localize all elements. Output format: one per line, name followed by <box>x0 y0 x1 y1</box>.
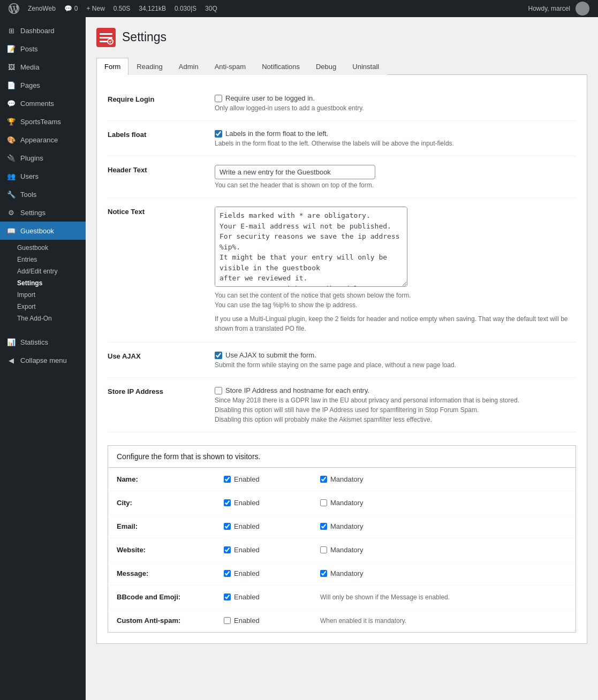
antispam-note: When enabled it is mandatory. <box>320 617 406 625</box>
submenu-add-edit[interactable]: Add/Edit entry <box>0 265 86 277</box>
tab-notifications[interactable]: Notifications <box>254 58 308 75</box>
message-mandatory-label[interactable]: Mandatory <box>330 569 363 577</box>
main-content: Settings Form Reading Admin Anti-spam No… <box>86 17 598 700</box>
sidebar-item-tools[interactable]: 🔧 Tools <box>0 185 86 203</box>
submenu-import[interactable]: Import <box>0 289 86 301</box>
submenu-entries[interactable]: Entries <box>0 254 86 265</box>
require-login-label: Require Login <box>108 94 215 103</box>
city-mandatory-label[interactable]: Mandatory <box>330 499 363 507</box>
email-mandatory-label[interactable]: Mandatory <box>330 522 363 530</box>
submenu-settings[interactable]: Settings <box>0 277 86 289</box>
website-mandatory-label[interactable]: Mandatory <box>330 546 363 554</box>
sidebar-item-guestbook[interactable]: 📖 Guestbook <box>0 222 86 240</box>
perf-memory: 34,121kB <box>134 0 170 17</box>
guestbook-submenu: Guestbook Entries Add/Edit entry Setting… <box>0 240 86 326</box>
field-label-email: Email: <box>117 522 224 530</box>
enabled-group-email: Enabled <box>224 522 299 530</box>
field-label-city: City: <box>117 499 224 507</box>
use-ajax-checkbox-label[interactable]: Use AJAX to submit the form. <box>225 351 316 359</box>
header-text-input[interactable] <box>215 165 375 179</box>
use-ajax-checkbox[interactable] <box>215 352 222 359</box>
svg-rect-3 <box>100 41 107 42</box>
site-name[interactable]: ZenoWeb <box>24 0 60 17</box>
labels-float-checkbox-label[interactable]: Labels in the form float to the left. <box>225 130 328 138</box>
settings-page-icon <box>96 28 116 47</box>
website-enabled-label[interactable]: Enabled <box>234 546 260 554</box>
use-ajax-label: Use AJAX <box>108 351 215 360</box>
tab-admin[interactable]: Admin <box>171 58 207 75</box>
notice-description1: You can set the content of the notice th… <box>215 292 576 299</box>
bbcode-enabled-checkbox[interactable] <box>224 594 231 600</box>
bbcode-enabled-label[interactable]: Enabled <box>234 593 260 601</box>
user-greeting[interactable]: Howdy, marcel <box>524 0 594 17</box>
website-mandatory-checkbox[interactable] <box>320 546 327 553</box>
city-enabled-label[interactable]: Enabled <box>234 499 260 507</box>
require-login-checkbox-label[interactable]: Require user to be logged in. <box>225 94 315 102</box>
enabled-group-bbcode: Enabled <box>224 593 299 601</box>
statistics-icon: 📊 <box>6 337 16 347</box>
name-mandatory-label[interactable]: Mandatory <box>330 475 363 483</box>
enabled-group-name: Enabled <box>224 475 299 483</box>
city-mandatory-checkbox[interactable] <box>320 499 327 506</box>
submenu-addon[interactable]: The Add-On <box>0 313 86 324</box>
comments-link[interactable]: 💬 0 <box>60 0 82 17</box>
antispam-enabled-checkbox[interactable] <box>224 617 231 624</box>
bbcode-note: Will only be shown if the Message is ena… <box>320 594 450 601</box>
sidebar-item-plugins[interactable]: 🔌 Plugins <box>0 149 86 167</box>
email-mandatory-checkbox[interactable] <box>320 523 327 530</box>
sidebar-item-dashboard[interactable]: ⊞ Dashboard <box>0 21 86 40</box>
configure-row-city: City: Enabled Mandatory <box>108 491 576 515</box>
name-enabled-label[interactable]: Enabled <box>234 475 260 483</box>
tab-debug[interactable]: Debug <box>308 58 344 75</box>
sidebar-item-statistics[interactable]: 📊 Statistics <box>0 333 86 351</box>
enabled-group-website: Enabled <box>224 546 299 554</box>
perf-time2: 0.030|S <box>170 0 201 17</box>
media-icon: 🖼 <box>6 62 16 72</box>
tab-reading[interactable]: Reading <box>128 58 170 75</box>
multilingual-note: If you use a Multi-Lingual plugin, keep … <box>215 314 576 333</box>
field-checks-city: Enabled Mandatory <box>224 499 567 507</box>
city-enabled-checkbox[interactable] <box>224 499 231 506</box>
wp-logo[interactable] <box>4 0 24 17</box>
sidebar-item-users[interactable]: 👥 Users <box>0 167 86 185</box>
notice-text-label: Notice Text <box>108 207 215 216</box>
collapse-icon: ◀ <box>6 355 16 365</box>
configure-row-name: Name: Enabled Mandatory <box>108 468 576 491</box>
page-header: Settings <box>96 28 587 47</box>
tab-antispam[interactable]: Anti-spam <box>207 58 254 75</box>
store-ip-label: Store IP Address <box>108 386 215 395</box>
new-content[interactable]: + New <box>82 0 109 17</box>
message-enabled-checkbox[interactable] <box>224 570 231 577</box>
website-enabled-checkbox[interactable] <box>224 546 231 553</box>
tab-form[interactable]: Form <box>96 58 128 75</box>
sidebar-item-sportsteams[interactable]: 🏆 SportsTeams <box>0 112 86 131</box>
use-ajax-description: Submit the form while staying on the sam… <box>215 361 576 369</box>
email-enabled-checkbox[interactable] <box>224 523 231 530</box>
submenu-export[interactable]: Export <box>0 301 86 313</box>
sidebar-item-pages[interactable]: 📄 Pages <box>0 76 86 94</box>
require-login-checkbox[interactable] <box>215 95 222 102</box>
sidebar-item-posts[interactable]: 📝 Posts <box>0 40 86 58</box>
sidebar-item-comments[interactable]: 💬 Comments <box>0 94 86 112</box>
field-checks-email: Enabled Mandatory <box>224 522 567 530</box>
email-enabled-label[interactable]: Enabled <box>234 522 260 530</box>
field-label-website: Website: <box>117 546 224 554</box>
sidebar-item-settings[interactable]: ⚙ Settings <box>0 203 86 222</box>
field-checks-message: Enabled Mandatory <box>224 569 567 577</box>
store-ip-checkbox-label[interactable]: Store IP Address and hostname for each e… <box>225 386 369 394</box>
notice-text-textarea[interactable]: Fields marked with * are obligatory. You… <box>215 207 407 287</box>
tab-uninstall[interactable]: Uninstall <box>344 58 387 75</box>
sidebar-item-appearance[interactable]: 🎨 Appearance <box>0 131 86 149</box>
message-enabled-label[interactable]: Enabled <box>234 569 260 577</box>
name-enabled-checkbox[interactable] <box>224 476 231 483</box>
collapse-menu[interactable]: ◀ Collapse menu <box>0 351 86 369</box>
submenu-guestbook[interactable]: Guestbook <box>0 242 86 254</box>
name-mandatory-checkbox[interactable] <box>320 476 327 483</box>
sidebar-item-media[interactable]: 🖼 Media <box>0 58 86 76</box>
comment-icon: 💬 <box>64 5 72 12</box>
labels-float-checkbox[interactable] <box>215 130 222 138</box>
message-mandatory-checkbox[interactable] <box>320 570 327 577</box>
store-ip-checkbox[interactable] <box>215 387 222 394</box>
use-ajax-row: Use AJAX Use AJAX to submit the form. Su… <box>108 343 576 378</box>
antispam-enabled-label[interactable]: Enabled <box>234 617 260 625</box>
